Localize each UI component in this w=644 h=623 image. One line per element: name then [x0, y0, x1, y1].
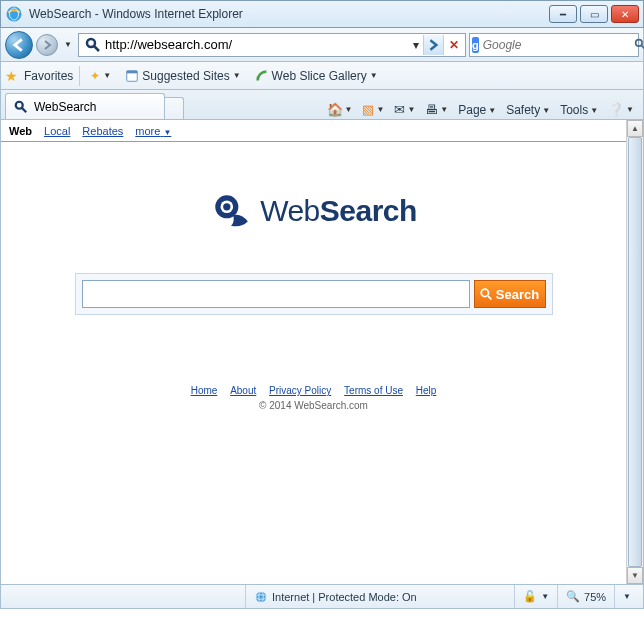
suggested-sites-link[interactable]: Suggested Sites ▼: [121, 67, 244, 85]
scroll-down-button[interactable]: ▼: [627, 567, 643, 584]
maximize-button[interactable]: ▭: [580, 5, 608, 23]
svg-point-2: [87, 39, 95, 47]
window-titlebar: WebSearch - Windows Internet Explorer ━ …: [0, 0, 644, 28]
page-content: Web Local Rebates more ▼ WebSearch Searc…: [1, 120, 626, 584]
content-viewport: Web Local Rebates more ▼ WebSearch Searc…: [0, 120, 644, 585]
svg-point-15: [256, 591, 267, 602]
footer-help[interactable]: Help: [416, 385, 437, 396]
nav-more[interactable]: more ▼: [135, 125, 171, 137]
page-menu[interactable]: Page▼: [453, 101, 501, 119]
nav-rebates[interactable]: Rebates: [82, 125, 123, 137]
google-icon: g: [472, 37, 479, 53]
tools-label: Tools: [560, 103, 588, 117]
arrow-right-icon: [42, 40, 52, 50]
print-button[interactable]: 🖶▼: [420, 100, 453, 119]
footer-home[interactable]: Home: [191, 385, 218, 396]
close-button[interactable]: ✕: [611, 5, 639, 23]
tools-menu[interactable]: Tools▼: [555, 101, 603, 119]
browser-search-input[interactable]: [483, 35, 634, 55]
stop-button[interactable]: ✕: [443, 35, 463, 55]
new-tab-button[interactable]: [164, 97, 184, 119]
svg-point-0: [7, 7, 22, 22]
footer-terms[interactable]: Terms of Use: [344, 385, 403, 396]
url-input[interactable]: [105, 35, 409, 55]
web-slice-label: Web Slice Gallery: [272, 69, 367, 83]
logo-mark-icon: [210, 190, 252, 232]
nav-more-label: more: [135, 125, 160, 137]
svg-line-14: [488, 296, 491, 299]
status-zoom-dropdown[interactable]: ▼: [614, 585, 639, 608]
add-favorite-button[interactable]: ✦ ▼: [86, 67, 115, 85]
tab-favicon-icon: [14, 100, 28, 114]
star-add-icon: ✦: [90, 69, 100, 83]
footer-about[interactable]: About: [230, 385, 256, 396]
status-zone-text: Internet | Protected Mode: On: [272, 591, 417, 603]
site-nav: Web Local Rebates more ▼: [1, 120, 626, 142]
arrow-left-icon: [12, 38, 26, 52]
hero: WebSearch Search Home About Privacy Poli…: [1, 142, 626, 411]
safety-label: Safety: [506, 103, 540, 117]
search-button-label: Search: [496, 287, 539, 302]
scroll-up-button[interactable]: ▲: [627, 120, 643, 137]
webslice-icon: [255, 69, 269, 83]
site-favicon-icon: [85, 37, 101, 53]
site-logo: WebSearch: [210, 190, 417, 232]
web-slice-link[interactable]: Web Slice Gallery ▼: [251, 67, 382, 85]
readmail-button[interactable]: ✉▼: [389, 100, 420, 119]
mail-icon: ✉: [394, 102, 405, 117]
svg-point-4: [635, 40, 642, 47]
rss-icon: ▧: [362, 102, 374, 117]
svg-point-12: [223, 203, 230, 210]
search-panel: Search: [75, 273, 553, 315]
page-label: Page: [458, 103, 486, 117]
vertical-scrollbar[interactable]: ▲ ▼: [626, 120, 643, 584]
main-search-input[interactable]: [82, 280, 470, 308]
suggested-sites-label: Suggested Sites: [142, 69, 229, 83]
status-security[interactable]: 🔓▼: [514, 585, 557, 608]
favorites-button[interactable]: Favorites: [24, 69, 73, 83]
url-dropdown[interactable]: ▾: [409, 38, 423, 52]
safety-menu[interactable]: Safety▼: [501, 101, 555, 119]
logo-text: WebSearch: [260, 194, 417, 228]
browser-search-button[interactable]: [634, 38, 644, 51]
search-icon: [480, 288, 493, 301]
minimize-button[interactable]: ━: [549, 5, 577, 23]
main-search-button[interactable]: Search: [474, 280, 546, 308]
svg-point-8: [16, 101, 23, 108]
feeds-button[interactable]: ▧▼: [357, 100, 389, 119]
svg-line-3: [94, 46, 99, 51]
address-bar: ▾ ✕: [78, 33, 466, 57]
home-button[interactable]: 🏠▼: [322, 100, 358, 119]
help-button[interactable]: ❔▼: [603, 100, 639, 119]
go-button[interactable]: [423, 35, 443, 55]
tab-title: WebSearch: [34, 100, 96, 114]
status-zone[interactable]: Internet | Protected Mode: On: [245, 585, 425, 608]
svg-point-13: [481, 289, 488, 296]
nav-local[interactable]: Local: [44, 125, 70, 137]
arrow-right-icon: [428, 39, 440, 51]
nav-history-dropdown[interactable]: ▼: [61, 40, 75, 49]
status-bar: Internet | Protected Mode: On 🔓▼ 🔍 75% ▼: [0, 585, 644, 609]
footer-privacy[interactable]: Privacy Policy: [269, 385, 331, 396]
home-icon: 🏠: [327, 102, 343, 117]
nav-web[interactable]: Web: [9, 125, 32, 137]
lock-icon: 🔓: [523, 590, 537, 603]
search-icon: [634, 38, 644, 51]
page-icon: [125, 69, 139, 83]
back-button[interactable]: [5, 31, 33, 59]
favorites-star-icon: ★: [5, 68, 18, 84]
tab-websearch[interactable]: WebSearch: [5, 93, 165, 119]
svg-rect-7: [127, 70, 138, 73]
help-icon: ❔: [608, 102, 624, 117]
site-footer: Home About Privacy Policy Terms of Use H…: [1, 385, 626, 411]
zoom-icon: 🔍: [566, 590, 580, 603]
scroll-thumb[interactable]: [628, 137, 642, 567]
svg-line-9: [22, 107, 26, 111]
status-zoom[interactable]: 🔍 75%: [557, 585, 614, 608]
navigation-bar: ▼ ▾ ✕ g ▼: [0, 28, 644, 62]
forward-button[interactable]: [36, 34, 58, 56]
zoom-value: 75%: [584, 591, 606, 603]
globe-icon: [254, 590, 268, 604]
print-icon: 🖶: [425, 102, 438, 117]
status-empty: [5, 585, 245, 608]
